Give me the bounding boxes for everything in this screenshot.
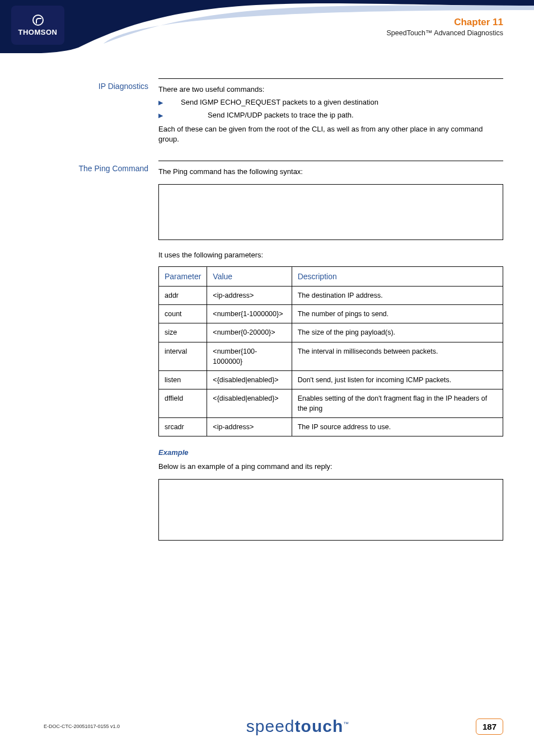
bullet-item: ▶ Send IGMP ECHO_REQUEST packets to a gi… (158, 97, 503, 108)
table-cell: addr (159, 287, 207, 305)
chapter-subtitle: SpeedTouch™ Advanced Diagnostics (387, 29, 503, 37)
col-parameter: Parameter (159, 266, 207, 286)
table-row: srcadr<ip-address>The IP source address … (159, 418, 503, 436)
table-cell: The number of pings to send. (292, 305, 503, 323)
table-cell: listen (159, 370, 207, 389)
table-cell: <{disabled|enabled}> (207, 370, 292, 389)
table-row: listen<{disabled|enabled}>Don't send, ju… (159, 370, 503, 389)
outro-text: Each of these can be given from the root… (158, 124, 503, 145)
table-cell: size (159, 323, 207, 342)
table-cell: <{disabled|enabled}> (207, 389, 292, 417)
col-value: Value (207, 266, 292, 286)
table-row: count<number{1-1000000}>The number of pi… (159, 305, 503, 323)
syntax-code-box (158, 184, 503, 240)
table-cell: <ip-address> (207, 287, 292, 305)
table-row: interval<number{100-1000000}The interval… (159, 342, 503, 370)
intro-text: There are two useful commands: (158, 84, 503, 95)
chapter-heading: Chapter 11 SpeedTouch™ Advanced Diagnost… (387, 17, 503, 37)
params-intro: It uses the following parameters: (158, 250, 503, 261)
bullet-item: ▶ Send ICMP/UDP packets to trace the ip … (158, 110, 503, 121)
section-body: The Ping command has the following synta… (158, 161, 503, 551)
table-cell: The interval in milliseconds between pac… (292, 342, 503, 370)
page-content: IP Diagnostics There are two useful comm… (44, 78, 503, 566)
ping-intro: The Ping command has the following synta… (158, 167, 503, 177)
table-row: size<number{0-20000}>The size of the pin… (159, 323, 503, 342)
table-row: dffield<{disabled|enabled}>Enables setti… (159, 389, 503, 417)
bullet-arrow-icon: ▶ (158, 97, 168, 107)
example-code-box (158, 479, 503, 541)
section-label: The Ping Command (44, 161, 158, 551)
page-footer: E-DOC-CTC-20051017-0155 v1.0 speedtouch™… (44, 717, 503, 736)
table-cell: <number{1-1000000}> (207, 305, 292, 323)
thomson-logo: THOMSON (11, 6, 64, 45)
table-cell: <number{0-20000}> (207, 323, 292, 342)
document-id: E-DOC-CTC-20051017-0155 v1.0 (44, 724, 120, 729)
logo-text: THOMSON (18, 28, 58, 36)
brand-thin: speed (246, 717, 295, 735)
logo-globe-icon (32, 15, 44, 26)
section-ip-diagnostics: IP Diagnostics There are two useful comm… (44, 78, 503, 145)
table-cell: The IP source address to use. (292, 418, 503, 436)
table-cell: The size of the ping payload(s). (292, 323, 503, 342)
section-label: IP Diagnostics (44, 78, 158, 145)
table-row: addr<ip-address>The destination IP addre… (159, 287, 503, 305)
col-description: Description (292, 266, 503, 286)
table-cell: <number{100-1000000} (207, 342, 292, 370)
page-header: THOMSON Chapter 11 SpeedTouch™ Advanced … (0, 0, 534, 53)
table-cell: interval (159, 342, 207, 370)
example-heading: Example (158, 448, 503, 458)
brand-bold: touch (295, 717, 344, 735)
parameters-table: Parameter Value Description addr<ip-addr… (158, 266, 503, 436)
table-cell: count (159, 305, 207, 323)
bullet-text: Send IGMP ECHO_REQUEST packets to a give… (168, 97, 503, 108)
trademark-icon: ™ (343, 721, 349, 727)
table-cell: <ip-address> (207, 418, 292, 436)
bullet-arrow-icon: ▶ (158, 110, 168, 120)
section-ping-command: The Ping Command The Ping command has th… (44, 161, 503, 551)
table-cell: srcadr (159, 418, 207, 436)
table-cell: dffield (159, 389, 207, 417)
table-cell: The destination IP address. (292, 287, 503, 305)
table-cell: Enables setting of the don't fragment fl… (292, 389, 503, 417)
table-header-row: Parameter Value Description (159, 266, 503, 286)
section-body: There are two useful commands: ▶ Send IG… (158, 78, 503, 145)
bullet-text: Send ICMP/UDP packets to trace the ip pa… (168, 110, 503, 121)
example-intro: Below is an example of a ping command an… (158, 462, 503, 472)
page-number: 187 (476, 719, 503, 735)
table-cell: Don't send, just listen for incoming ICM… (292, 370, 503, 389)
speedtouch-brand: speedtouch™ (246, 717, 349, 736)
chapter-number: Chapter 11 (387, 17, 503, 28)
